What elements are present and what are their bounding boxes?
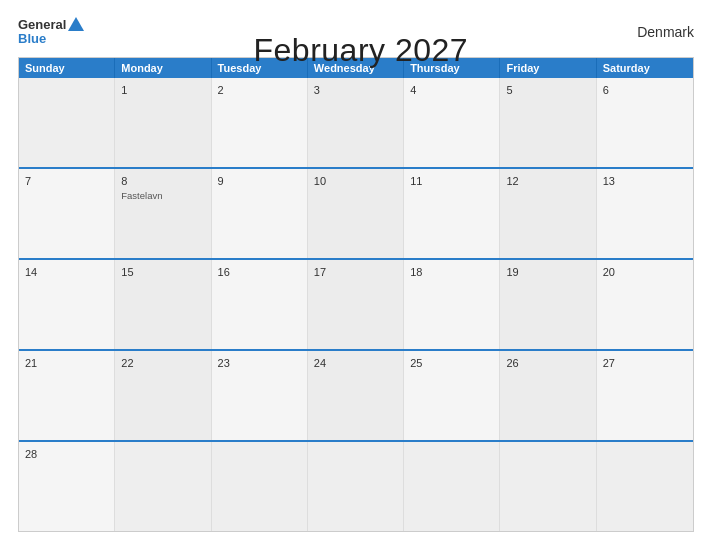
day-cell: 22: [115, 351, 211, 440]
day-cell: 4: [404, 78, 500, 167]
day-cell: 16: [212, 260, 308, 349]
day-number: 18: [410, 265, 493, 279]
day-cell: 13: [597, 169, 693, 258]
day-number: 11: [410, 174, 493, 188]
day-header-monday: Monday: [115, 58, 211, 78]
day-cell: 26: [500, 351, 596, 440]
day-header-sunday: Sunday: [19, 58, 115, 78]
day-header-saturday: Saturday: [597, 58, 693, 78]
day-event: Fastelavn: [121, 190, 204, 201]
day-number: 1: [121, 83, 204, 97]
day-number: 27: [603, 356, 687, 370]
day-number: 20: [603, 265, 687, 279]
day-cell: 8Fastelavn: [115, 169, 211, 258]
day-cell: 27: [597, 351, 693, 440]
day-cell: 14: [19, 260, 115, 349]
day-cell: 3: [308, 78, 404, 167]
day-cell: 1: [115, 78, 211, 167]
day-cell: 25: [404, 351, 500, 440]
day-number: 23: [218, 356, 301, 370]
day-number: 28: [25, 447, 108, 461]
day-cell: [308, 442, 404, 531]
day-cell: 10: [308, 169, 404, 258]
week-row-3: 14151617181920: [19, 258, 693, 349]
day-number: 3: [314, 83, 397, 97]
day-cell: 18: [404, 260, 500, 349]
header: General Blue February 2027 Denmark: [18, 18, 694, 47]
day-cell: [212, 442, 308, 531]
day-cell: 21: [19, 351, 115, 440]
day-cell: 11: [404, 169, 500, 258]
day-cell: [597, 442, 693, 531]
day-number: 2: [218, 83, 301, 97]
month-title: February 2027: [254, 32, 469, 69]
week-row-5: 28: [19, 440, 693, 531]
logo: General Blue: [18, 18, 84, 47]
day-cell: 28: [19, 442, 115, 531]
day-cell: 19: [500, 260, 596, 349]
logo-blue-text: Blue: [18, 32, 84, 46]
day-cell: [19, 78, 115, 167]
day-cell: 20: [597, 260, 693, 349]
week-row-1: 123456: [19, 78, 693, 167]
day-number: 21: [25, 356, 108, 370]
day-number: 4: [410, 83, 493, 97]
day-cell: [404, 442, 500, 531]
day-cell: 5: [500, 78, 596, 167]
day-cell: 23: [212, 351, 308, 440]
weeks-container: 12345678Fastelavn91011121314151617181920…: [19, 78, 693, 531]
day-header-friday: Friday: [500, 58, 596, 78]
day-number: 15: [121, 265, 204, 279]
day-number: 22: [121, 356, 204, 370]
day-number: 25: [410, 356, 493, 370]
day-number: 12: [506, 174, 589, 188]
day-number: 19: [506, 265, 589, 279]
day-number: 16: [218, 265, 301, 279]
week-row-4: 21222324252627: [19, 349, 693, 440]
day-cell: 12: [500, 169, 596, 258]
day-cell: 15: [115, 260, 211, 349]
day-cell: 17: [308, 260, 404, 349]
calendar-grid: SundayMondayTuesdayWednesdayThursdayFrid…: [18, 57, 694, 532]
day-number: 24: [314, 356, 397, 370]
day-number: 17: [314, 265, 397, 279]
day-number: 10: [314, 174, 397, 188]
logo-triangle-icon: [68, 17, 84, 31]
day-cell: 9: [212, 169, 308, 258]
day-cell: 24: [308, 351, 404, 440]
week-row-2: 78Fastelavn910111213: [19, 167, 693, 258]
day-number: 14: [25, 265, 108, 279]
logo-general-text: General: [18, 18, 66, 32]
country-label: Denmark: [637, 24, 694, 40]
day-number: 26: [506, 356, 589, 370]
calendar-page: General Blue February 2027 Denmark Sunda…: [0, 0, 712, 550]
day-number: 13: [603, 174, 687, 188]
day-cell: 6: [597, 78, 693, 167]
day-cell: 2: [212, 78, 308, 167]
day-number: 6: [603, 83, 687, 97]
day-cell: [500, 442, 596, 531]
day-number: 5: [506, 83, 589, 97]
day-number: 7: [25, 174, 108, 188]
day-number: 8: [121, 174, 204, 188]
day-cell: 7: [19, 169, 115, 258]
day-cell: [115, 442, 211, 531]
day-number: 9: [218, 174, 301, 188]
